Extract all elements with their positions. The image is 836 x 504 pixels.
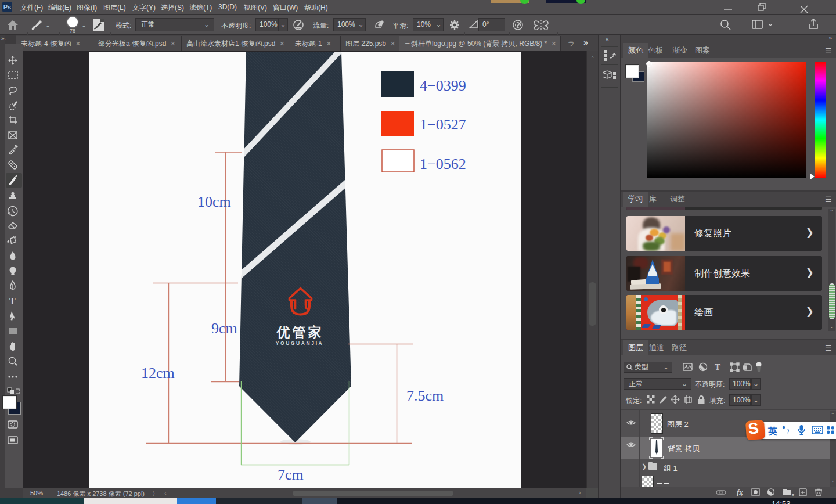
svg-text:1−0562: 1−0562 bbox=[420, 156, 466, 172]
svg-text:4−0399: 4−0399 bbox=[420, 77, 466, 94]
svg-text:优管家: 优管家 bbox=[276, 325, 324, 340]
svg-text:T: T bbox=[715, 362, 720, 372]
svg-text:YOUGUANJIA: YOUGUANJIA bbox=[276, 340, 324, 346]
svg-text:10cm: 10cm bbox=[197, 193, 231, 210]
svg-text:7cm: 7cm bbox=[278, 466, 304, 483]
svg-text:1−0527: 1−0527 bbox=[420, 116, 466, 133]
svg-text:12cm: 12cm bbox=[141, 365, 175, 381]
svg-text:7.5cm: 7.5cm bbox=[406, 387, 444, 404]
svg-text:T: T bbox=[9, 296, 16, 306]
svg-text:9cm: 9cm bbox=[211, 320, 237, 337]
